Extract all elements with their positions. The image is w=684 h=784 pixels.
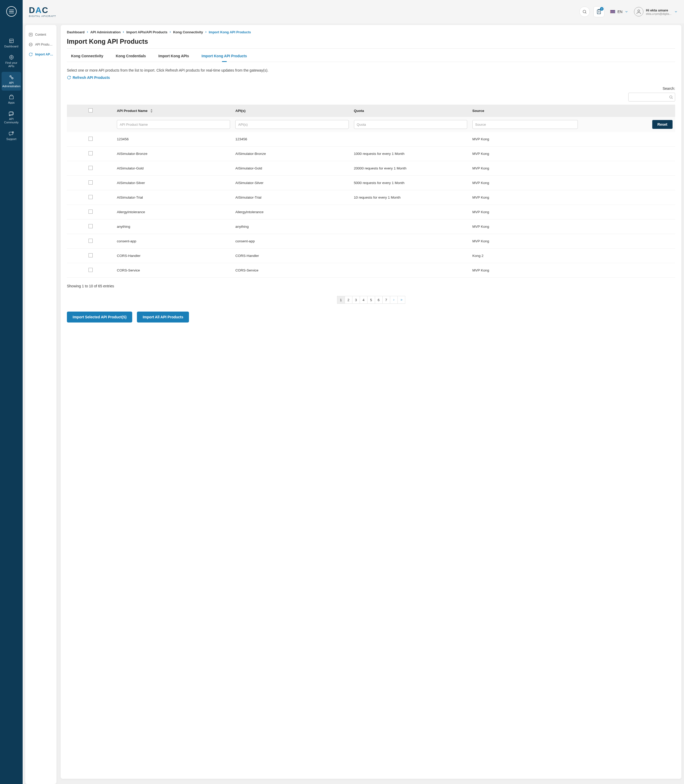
primary-sidebar: DashboardFind your APIsAPI Administratio… <box>0 0 23 784</box>
page-button-7[interactable]: 7 <box>382 296 390 304</box>
filter-input-source[interactable] <box>473 120 578 129</box>
table-row: AISimulator-TrialAISimulator-Trial10 req… <box>67 190 675 205</box>
cell-quota <box>352 219 470 234</box>
tab-import-kong-api-products[interactable]: Import Kong API Products <box>202 54 247 62</box>
page-button-1[interactable]: 1 <box>337 296 345 304</box>
select-all-checkbox[interactable] <box>89 108 93 113</box>
cell-name: AISimulator-Bronze <box>114 147 233 161</box>
sidebar-item-api-administration[interactable]: API Administration <box>2 72 21 90</box>
secondary-nav-item[interactable]: Content <box>27 30 55 40</box>
sidebar-item-support[interactable]: Support <box>2 128 21 144</box>
filter-input-name[interactable] <box>117 120 230 129</box>
row-checkbox[interactable] <box>89 268 93 272</box>
cell-apis: 123456 <box>233 132 351 147</box>
cell-quota <box>352 132 470 147</box>
breadcrumb-item[interactable]: Kong Connectivity <box>173 30 203 34</box>
instructions-text: Select one or more API products from the… <box>67 68 675 73</box>
cell-source: MVP Kong <box>470 147 675 161</box>
page-button-3[interactable]: 3 <box>352 296 360 304</box>
page-button-2[interactable]: 2 <box>345 296 352 304</box>
chevron-right-icon <box>392 298 395 302</box>
cell-apis: AllergyIntolerance <box>233 205 351 219</box>
cell-name: AISimulator-Gold <box>114 161 233 176</box>
row-checkbox[interactable] <box>89 239 93 243</box>
row-checkbox[interactable] <box>89 137 93 141</box>
top-header: DAC DIGITAL APICRAFT 0 EN <box>23 0 684 23</box>
secondary-nav-item[interactable]: Import APIs / ... <box>27 50 55 59</box>
cart-badge: 0 <box>600 7 603 11</box>
cell-quota: 5000 requests for every 1 Month <box>352 176 470 190</box>
user-menu[interactable]: Hi ekta umare ekta.u+pm@digita... <box>634 7 678 16</box>
svg-rect-10 <box>10 96 13 99</box>
page-button-6[interactable]: 6 <box>375 296 382 304</box>
page-title: Import Kong API Products <box>67 38 675 45</box>
sidebar-item-label: API Administration <box>2 81 21 88</box>
cell-quota: 10 requests for every 1 Month <box>352 190 470 205</box>
column-header-source[interactable]: Source <box>470 105 581 117</box>
sidebar-item-api-community[interactable]: API Community <box>2 108 21 127</box>
secondary-sidebar: ContentAPIAPI ProductsImport APIs / ... <box>25 25 56 784</box>
column-header-quota[interactable]: Quota <box>352 105 470 117</box>
cell-source: MVP Kong <box>470 205 675 219</box>
sidebar-item-label: Find your APIs <box>3 61 20 68</box>
row-checkbox[interactable] <box>89 166 93 170</box>
cell-apis: AISimulator-Trial <box>233 190 351 205</box>
tab-import-kong-apis[interactable]: Import Kong APIs <box>158 54 189 62</box>
breadcrumb: DashboardAPI AdministrationImport APIs/A… <box>67 30 675 34</box>
refresh-api-products-link[interactable]: Refresh API Products <box>67 76 110 80</box>
row-checkbox[interactable] <box>89 151 93 155</box>
row-checkbox[interactable] <box>89 195 93 199</box>
chevron-right-icon <box>122 30 125 34</box>
header-search-button[interactable] <box>579 6 590 17</box>
cell-quota: 1000 requests for every 1 Month <box>352 147 470 161</box>
page-next-button[interactable] <box>390 296 398 304</box>
tabs: Kong ConnectivityKong CredentialsImport … <box>67 49 675 62</box>
cell-source: MVP Kong <box>470 190 675 205</box>
row-checkbox[interactable] <box>89 210 93 214</box>
svg-line-13 <box>586 13 586 13</box>
row-checkbox[interactable] <box>89 181 93 184</box>
table-row: AISimulator-GoldAISimulator-Gold20000 re… <box>67 161 675 176</box>
cell-apis: AISimulator-Gold <box>233 161 351 176</box>
language-selector[interactable]: EN <box>608 10 630 14</box>
tab-kong-connectivity[interactable]: Kong Connectivity <box>71 54 103 62</box>
page-button-5[interactable]: 5 <box>367 296 375 304</box>
search-input[interactable] <box>628 93 675 102</box>
svg-marker-26 <box>150 111 152 113</box>
svg-line-9 <box>11 77 12 78</box>
column-header-name[interactable]: API Product Name <box>114 105 233 117</box>
breadcrumb-item[interactable]: Import APIs/API Products <box>126 30 167 34</box>
reset-button[interactable]: Reset <box>652 120 673 129</box>
language-label: EN <box>617 10 622 14</box>
sidebar-item-find-your-apis[interactable]: Find your APIs <box>2 52 21 71</box>
cart-button[interactable]: 0 <box>594 6 604 17</box>
sidebar-item-label: Apps <box>8 101 15 104</box>
import-all-button[interactable]: Import All API Products <box>137 311 189 323</box>
secondary-nav-label: Import APIs / ... <box>35 53 53 56</box>
secondary-nav-item[interactable]: APIAPI Products <box>27 40 55 50</box>
filter-row: Reset <box>67 117 675 132</box>
column-header-apis[interactable]: API(s) <box>233 105 351 117</box>
row-checkbox[interactable] <box>89 224 93 228</box>
page-button-4[interactable]: 4 <box>360 296 368 304</box>
table-row: CORS-HandlerCORS-HandlerKong 2 <box>67 248 675 263</box>
refresh-icon <box>67 76 71 80</box>
cell-source: MVP Kong <box>470 219 675 234</box>
chevron-right-icon <box>205 30 207 34</box>
breadcrumb-item[interactable]: API Administration <box>90 30 121 34</box>
chevron-right-icon <box>169 30 171 34</box>
breadcrumb-item[interactable]: Dashboard <box>67 30 85 34</box>
tab-kong-credentials[interactable]: Kong Credentials <box>116 54 146 62</box>
logo[interactable]: DAC DIGITAL APICRAFT <box>29 6 56 18</box>
page-last-button[interactable] <box>397 296 405 304</box>
cell-source: Kong 2 <box>470 248 675 263</box>
filter-input-quota[interactable] <box>354 120 467 129</box>
table-row: anythinganythingMVP Kong <box>67 219 675 234</box>
sidebar-item-dashboard[interactable]: Dashboard <box>2 35 21 51</box>
filter-input-apis[interactable] <box>235 120 348 129</box>
hamburger-menu-button[interactable] <box>6 6 17 17</box>
sidebar-item-label: API Community <box>3 118 20 124</box>
row-checkbox[interactable] <box>89 253 93 257</box>
import-selected-button[interactable]: Import Selected API Product(S) <box>67 311 132 323</box>
sidebar-item-apps[interactable]: Apps <box>2 92 21 107</box>
